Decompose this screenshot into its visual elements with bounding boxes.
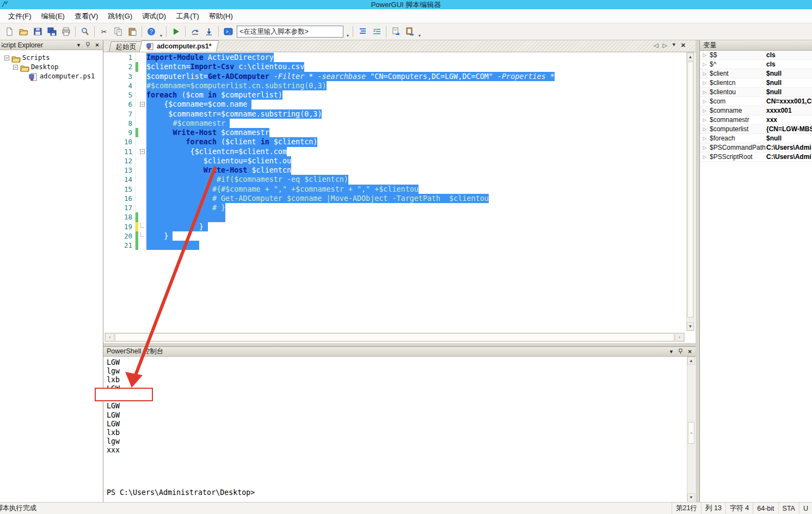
expand-arrow-icon[interactable]: ▷ (700, 126, 710, 132)
fold-collapse-icon[interactable]: − (138, 147, 146, 156)
menu-item[interactable]: 工具(T) (171, 10, 204, 23)
save-icon[interactable] (31, 25, 44, 38)
toolbar-overflow-icon[interactable]: ▾ (417, 33, 422, 38)
code-line[interactable]: 16 # Get-ADComputer $comname |Move-ADObj… (103, 194, 696, 203)
variable-row[interactable]: ▷$^cls (700, 60, 812, 69)
code-line[interactable]: 6− {$comname=$com.name (103, 100, 696, 109)
console-output[interactable]: LGWlgwlxbLGWLGWLGWLGWlxblgwxxx PS C:\Use… (103, 357, 687, 502)
editor-hscroll-thumb[interactable] (115, 333, 674, 341)
code-line[interactable]: 13 Write-Host $clientcn (103, 166, 696, 175)
code-line[interactable]: 21 (103, 241, 696, 250)
chevron-down-icon[interactable]: ▼ (667, 348, 675, 355)
find-icon[interactable] (78, 25, 91, 38)
variable-row[interactable]: ▷$PSCommandPathC:\Users\Admi (700, 143, 812, 152)
chevron-down-icon[interactable]: ▼ (75, 41, 83, 48)
expand-arrow-icon[interactable]: ▷ (700, 99, 710, 104)
tab-close-icon[interactable]: ✕ (681, 42, 686, 49)
variable-row[interactable]: ▷$clientou$null (700, 88, 812, 97)
tab-start-page[interactable]: 起始页 (109, 41, 144, 52)
fold-collapse-icon[interactable]: − (138, 100, 146, 109)
editor-horizontal-scrollbar[interactable]: ‹ › (104, 333, 685, 342)
tab-scroll-left-icon[interactable]: ◁ (654, 42, 658, 49)
expand-arrow-icon[interactable]: ▷ (700, 52, 710, 58)
code-line[interactable]: 8 #$comnamestr (103, 119, 696, 128)
editor-vscroll-thumb[interactable] (687, 62, 693, 317)
menu-item[interactable]: 编辑(E) (36, 10, 70, 23)
export-icon[interactable] (403, 25, 416, 38)
tree-toggle-icon[interactable]: − (4, 56, 9, 60)
code-line[interactable]: 19 } (103, 222, 696, 231)
scroll-down-icon[interactable]: ▼ (687, 322, 694, 331)
help-icon[interactable]: ? (145, 25, 158, 38)
code-line[interactable]: 15 #{#$comname + "," +$comnamestr + "," … (103, 185, 696, 194)
expand-arrow-icon[interactable]: ▷ (700, 80, 710, 85)
console-vertical-scrollbar[interactable]: ▲ ≡ ▼ (687, 357, 695, 501)
code-line[interactable]: 5foreach ($com in $computerlist) (103, 90, 696, 100)
step-over-icon[interactable] (188, 25, 201, 38)
scroll-up-icon[interactable]: ▲ (687, 357, 695, 365)
code-line[interactable]: 11− {$clientcn=$client.com (103, 147, 696, 156)
save-all-icon[interactable] (45, 25, 58, 38)
expand-arrow-icon[interactable]: ▷ (700, 89, 710, 95)
expand-arrow-icon[interactable]: ▷ (700, 136, 710, 141)
tab-scroll-right-icon[interactable]: ▷ (662, 42, 667, 49)
variable-row[interactable]: ▷$client$null (700, 69, 812, 78)
code-line[interactable]: 14 #if($comnamestr -eq $clientcn) (103, 175, 696, 184)
code-line[interactable]: 1Import-Module ActiveDirectory (103, 53, 696, 62)
toolbar-overflow-icon[interactable]: ▾ (345, 33, 350, 38)
cut-icon[interactable]: ✂ (97, 25, 110, 38)
expand-arrow-icon[interactable]: ▷ (700, 71, 710, 76)
step-into-icon[interactable] (202, 25, 216, 38)
new-file-icon[interactable] (3, 25, 16, 38)
pin-icon[interactable] (676, 348, 685, 355)
variable-row[interactable]: ▷$$cls (700, 51, 812, 60)
tree-toggle-icon[interactable]: − (13, 65, 18, 70)
menu-item[interactable]: 帮助(H) (204, 10, 238, 23)
tree-item-adcomputer-ps1[interactable]: adcomputer.ps1 (0, 72, 103, 81)
scroll-right-icon[interactable]: › (675, 333, 684, 341)
expand-arrow-icon[interactable]: ▷ (700, 154, 710, 160)
code-line[interactable]: 4#$comname=$computerlist.cn.substring(0,… (103, 81, 696, 90)
variable-row[interactable]: ▷$clientcn$null (700, 78, 812, 88)
code-line[interactable]: 17 # } (103, 203, 696, 212)
close-icon[interactable]: ✕ (686, 348, 694, 355)
format-list-icon[interactable] (356, 25, 369, 38)
variable-row[interactable]: ▷$computerlist{CN=LGW-MBS (700, 125, 812, 134)
editor-vertical-scrollbar[interactable]: ▲ ▼ (686, 52, 694, 331)
variable-row[interactable]: ▷$PSScriptRootC:\Users\Admi (700, 152, 812, 162)
tree-item-scripts[interactable]: −Scripts (0, 53, 103, 62)
copy-icon[interactable] (112, 25, 125, 38)
code-line[interactable]: 2$clientcn=Import-Csv c:\clientou.csv (103, 62, 696, 71)
code-line[interactable]: 18 (103, 212, 696, 222)
code-line[interactable]: 3$computerlist=Get-ADComputer -Filter * … (103, 72, 696, 81)
menu-item[interactable]: 查看(V) (70, 10, 103, 23)
menu-item[interactable]: 跳转(G) (103, 10, 137, 23)
menu-item[interactable]: 文件(F) (3, 10, 36, 23)
scroll-left-icon[interactable]: ‹ (105, 333, 114, 341)
code-editor[interactable]: 1Import-Module ActiveDirectory2$clientcn… (103, 52, 696, 332)
code-line[interactable]: 12 $clientou=$client.ou (103, 156, 696, 166)
scroll-up-icon[interactable]: ▲ (687, 53, 694, 61)
pin-icon[interactable] (84, 41, 92, 48)
script-parameters-input[interactable] (237, 26, 343, 38)
console-vscroll-thumb[interactable]: ≡ (688, 422, 694, 444)
expand-arrow-icon[interactable]: ▷ (700, 145, 710, 150)
menu-item[interactable]: 调试(D) (137, 10, 171, 23)
variable-row[interactable]: ▷$comnamestrxxx (700, 115, 812, 125)
paste-icon[interactable] (126, 25, 139, 38)
toolbar-overflow-icon[interactable]: ▾ (158, 33, 164, 38)
close-icon[interactable]: ✕ (93, 41, 101, 48)
run-script-icon[interactable] (169, 25, 182, 38)
console-prompt[interactable]: PS C:\Users\Administrator\Desktop> (107, 488, 255, 497)
code-line[interactable]: 10 foreach ($client in $clientcn) (103, 137, 696, 146)
variable-row[interactable]: ▷$comnamexxxx001 (700, 106, 812, 115)
code-line[interactable]: 20 } (103, 231, 696, 241)
tab-list-chevron-icon[interactable]: ▼ (672, 42, 676, 49)
tab-adcomputer-ps1[interactable]: adcomputer.ps1* (139, 40, 218, 52)
variable-row[interactable]: ▷$comCN=xxxx001,CN (700, 97, 812, 106)
print-icon[interactable] (59, 25, 72, 38)
copy-to-icon[interactable] (389, 25, 402, 38)
open-file-icon[interactable] (17, 25, 30, 38)
code-line[interactable]: 7 $comnamestr=$comname.substring(0,3) (103, 109, 696, 119)
powershell-console-icon[interactable]: >_ (222, 25, 235, 38)
